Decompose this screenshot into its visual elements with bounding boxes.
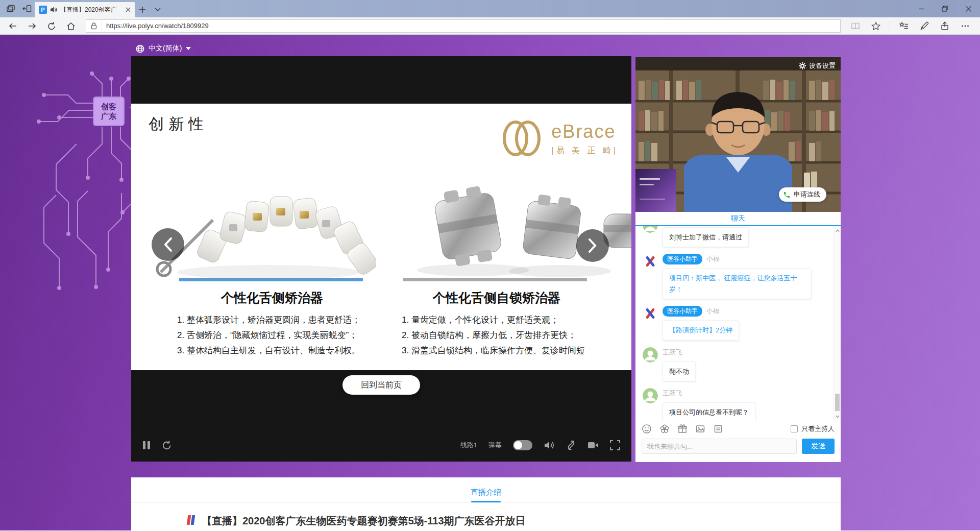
chat-message-list[interactable]: 刘博士加了微信，请通过 医谷小助手 小福 项目四：新中医， 征服癌症，让您多活五…	[635, 226, 841, 421]
more-options-icon[interactable]	[957, 19, 974, 33]
notice-card-icon[interactable]	[713, 424, 723, 434]
presentation-slide: 创新性 eBrace |易 美 正 畸|	[131, 104, 631, 370]
chat-message: 王跃飞 翻不动	[643, 347, 827, 381]
chuangke-guangdong-chip-badge: 创客 广东	[93, 97, 124, 126]
camera-view-icon[interactable]	[587, 441, 599, 450]
request-connect-button[interactable]: 申请连线	[779, 187, 826, 202]
avatar	[643, 226, 658, 233]
chat-scrollbar[interactable]	[834, 226, 841, 421]
product-column-right: 个性化舌侧自锁矫治器 1. 量齿定做，个性化设计，更舒适美观； 2. 被动自锁结…	[402, 289, 592, 358]
chat-bubble: 项目公司的信息看不到呢？	[663, 402, 755, 421]
favorite-star-icon[interactable]	[867, 19, 885, 33]
browser-titlebar: P 【直播】2020创客广	[0, 0, 980, 17]
user-name: 王跃飞	[663, 389, 682, 398]
device-settings-button[interactable]: 设备设置	[799, 61, 836, 70]
browser-tab[interactable]: P 【直播】2020创客广	[35, 2, 135, 17]
brand-name: eBrace	[551, 121, 618, 142]
only-host-label: 只看主持人	[801, 424, 835, 433]
tab-close-button[interactable]	[126, 7, 131, 12]
product-feature: 2. 舌侧矫治，“隐藏烦恼过程，实现美丽蜕变”；	[177, 328, 367, 343]
share-icon[interactable]	[936, 19, 953, 33]
emoji-icon[interactable]	[642, 424, 652, 434]
live-sidebar: 设备设置 申请连线 聊天	[635, 57, 841, 462]
globe-icon	[136, 44, 144, 53]
only-host-checkbox[interactable]	[791, 425, 798, 432]
carousel-prev-button[interactable]	[152, 228, 184, 261]
ebrace-rings-icon	[501, 119, 544, 158]
forward-button[interactable]	[23, 19, 41, 33]
user-name: 小福	[706, 254, 720, 263]
chat-tab[interactable]: 聊天	[635, 212, 841, 226]
back-to-current-page-button[interactable]: 回到当前页	[342, 375, 420, 395]
annotate-pen-icon[interactable]	[916, 19, 933, 33]
right-column-rule	[403, 278, 587, 281]
language-selector[interactable]: 中文(简体)	[136, 44, 191, 53]
chat-bubble: 项目四：新中医， 征服癌症，让您多活五十岁！	[663, 268, 812, 299]
product-column-left: 个性化舌侧矫治器 1. 整体弧形设计，矫治器更圆润，患者更舒适； 2. 舌侧矫治…	[177, 289, 367, 358]
chat-bubble: 刘博士加了微信，请通过	[663, 227, 749, 247]
line-selector[interactable]: 线路1	[460, 441, 477, 450]
ebrace-logo: eBrace |易 美 正 畸|	[501, 119, 618, 158]
minimize-button[interactable]	[910, 0, 933, 17]
scroll-down-icon[interactable]	[836, 415, 840, 419]
reload-stream-button[interactable]	[162, 440, 172, 450]
hub-favorites-icon[interactable]	[895, 19, 913, 33]
tab-preview-icon[interactable]	[6, 4, 15, 13]
product-feature: 3. 滑盖式自锁结构，临床操作方便、复诊时间短	[402, 343, 592, 358]
product-feature: 1. 整体弧形设计，矫治器更圆润，患者更舒适；	[177, 312, 367, 328]
chip-line2: 广东	[101, 111, 116, 122]
danmaku-toggle[interactable]	[513, 440, 532, 450]
site-info-lock-icon[interactable]	[90, 22, 97, 30]
tab-audio-icon[interactable]	[50, 6, 57, 13]
chat-bubble: 翻不动	[663, 361, 696, 381]
refresh-button[interactable]	[43, 19, 60, 33]
browser-toolbar: https://live.polyv.cn/watch/1809929	[0, 17, 980, 35]
fullscreen-icon[interactable]	[610, 440, 620, 450]
slide-thumbnail-overlay[interactable]	[635, 169, 676, 212]
tab-title: 【直播】2020创客广	[60, 6, 122, 14]
url-text[interactable]: https://live.polyv.cn/watch/1809929	[106, 22, 209, 30]
back-button[interactable]	[4, 19, 21, 33]
device-settings-label: 设备设置	[809, 61, 836, 70]
flower-reward-icon[interactable]	[659, 424, 670, 434]
volume-icon[interactable]	[544, 440, 555, 450]
new-tab-button[interactable]	[135, 2, 150, 17]
close-button[interactable]	[957, 0, 980, 17]
maximize-button[interactable]	[933, 0, 957, 17]
info-tab-row: 直播介绍	[131, 477, 841, 503]
chip-line1: 创客	[101, 102, 116, 112]
product-feature: 2. 被动自锁结构，摩擦力低，牙齿排齐更快；	[402, 328, 592, 343]
home-button[interactable]	[62, 19, 80, 33]
scrollbar-thumb[interactable]	[835, 394, 840, 411]
image-upload-icon[interactable]	[695, 424, 705, 434]
switch-line-icon[interactable]	[566, 440, 576, 450]
reading-view-icon[interactable]	[847, 19, 864, 33]
chat-toolbar: 只看主持人	[635, 421, 841, 437]
video-player[interactable]: 创新性 eBrace |易 美 正 畸|	[131, 56, 631, 462]
request-connect-label: 申请连线	[794, 190, 820, 199]
chat-bubble: 【路演倒计时】2分钟	[663, 320, 739, 340]
chat-message: 王跃飞 项目公司的信息看不到呢？	[643, 388, 827, 421]
user-name: 王跃飞	[663, 348, 682, 357]
page-viewport: 创客 广东 中文(简体) 创新性 eBrace |易 美 正 畸|	[0, 35, 980, 530]
user-avatar	[643, 347, 658, 363]
left-column-rule	[179, 278, 363, 281]
pause-button[interactable]	[142, 441, 151, 450]
product-title: 个性化舌侧自锁矫治器	[402, 289, 592, 306]
chat-input[interactable]	[642, 439, 797, 454]
carousel-next-button[interactable]	[576, 229, 609, 262]
set-tabs-aside-icon[interactable]	[22, 4, 32, 13]
send-button[interactable]: 发送	[802, 439, 835, 454]
slide-title: 创新性	[149, 114, 208, 135]
gift-icon[interactable]	[677, 424, 688, 434]
address-bar[interactable]: https://live.polyv.cn/watch/1809929	[86, 19, 841, 33]
gear-icon	[799, 62, 806, 69]
chat-input-row: 发送	[635, 437, 841, 456]
polyv-favicon: P	[39, 6, 47, 14]
tab-live-intro[interactable]: 直播介绍	[463, 488, 509, 497]
chat-message: 刘博士加了微信，请通过	[643, 226, 827, 247]
assistant-badge: 医谷小助手	[663, 254, 702, 264]
danmaku-label: 弹幕	[488, 441, 502, 450]
scroll-up-icon[interactable]	[836, 229, 840, 233]
tab-list-button[interactable]	[150, 2, 165, 17]
